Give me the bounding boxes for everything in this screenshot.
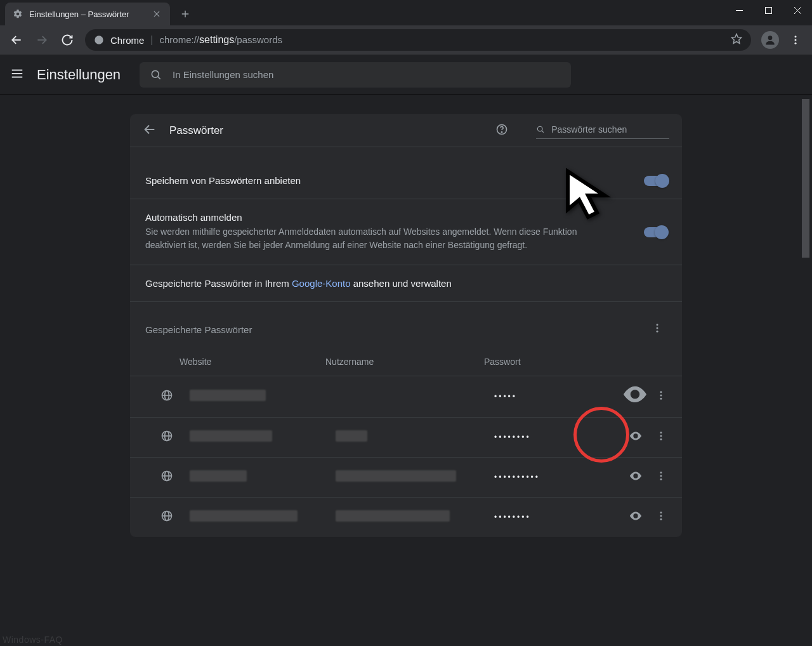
svg-rect-5 xyxy=(765,7,771,13)
password-search-input[interactable] xyxy=(551,124,669,135)
saved-passwords-header: Gespeicherte Passwörter xyxy=(130,301,682,348)
google-account-link[interactable]: Google-Konto xyxy=(292,278,351,289)
browser-toolbar: Chrome | chrome://settings/passwords xyxy=(0,25,812,55)
saved-passwords-more-icon[interactable] xyxy=(648,319,667,340)
gear-icon xyxy=(13,9,23,19)
username-cell xyxy=(336,470,494,484)
column-username: Nutzername xyxy=(325,357,484,367)
svg-point-33 xyxy=(660,391,662,393)
username-cell xyxy=(336,430,494,444)
passwords-card: Passwörter Speichern von Passwörtern anb… xyxy=(130,114,682,537)
globe-icon xyxy=(160,510,173,525)
offer-save-label: Speichern von Passwörtern anbieten xyxy=(145,175,644,186)
svg-point-12 xyxy=(768,36,773,40)
forward-button[interactable] xyxy=(30,29,53,51)
back-arrow-icon[interactable] xyxy=(143,122,157,139)
page-title: Passwörter xyxy=(169,124,223,137)
svg-point-56 xyxy=(660,518,662,520)
password-row[interactable]: •••••••• xyxy=(130,417,682,457)
column-website: Website xyxy=(180,357,325,367)
svg-point-49 xyxy=(660,478,662,480)
site-info-icon[interactable]: Chrome xyxy=(94,35,144,46)
url-text: chrome://settings/passwords xyxy=(160,34,283,46)
svg-point-24 xyxy=(537,126,542,131)
row-more-icon[interactable] xyxy=(655,470,667,484)
svg-point-28 xyxy=(657,331,658,333)
profile-avatar-button[interactable] xyxy=(761,31,779,49)
password-cell: •••••••• xyxy=(494,433,629,442)
username-cell xyxy=(336,510,494,524)
svg-point-48 xyxy=(660,475,662,477)
svg-point-54 xyxy=(660,511,662,513)
website-cell xyxy=(190,390,336,404)
google-account-info: Gespeicherte Passwörter in Ihrem Google-… xyxy=(130,265,682,301)
saved-passwords-title: Gespeicherte Passwörter xyxy=(145,324,648,335)
row-more-icon[interactable] xyxy=(655,430,667,444)
svg-point-19 xyxy=(152,70,159,77)
website-cell xyxy=(190,430,336,444)
svg-point-23 xyxy=(501,131,502,132)
back-button[interactable] xyxy=(5,29,28,51)
show-password-icon[interactable] xyxy=(629,509,643,525)
search-icon xyxy=(150,69,162,81)
close-tab-icon[interactable] xyxy=(151,8,162,20)
offer-save-toggle[interactable] xyxy=(644,176,667,186)
scrollbar-thumb[interactable] xyxy=(802,99,809,258)
reload-button[interactable] xyxy=(56,29,79,51)
address-bar[interactable]: Chrome | chrome://settings/passwords xyxy=(85,29,751,51)
help-icon[interactable] xyxy=(495,123,508,138)
url-separator: | xyxy=(150,34,153,46)
svg-point-14 xyxy=(795,39,797,41)
website-cell xyxy=(190,470,336,484)
svg-point-13 xyxy=(795,36,797,37)
show-password-icon[interactable] xyxy=(621,381,648,412)
close-window-button[interactable] xyxy=(783,0,812,20)
settings-search-input[interactable] xyxy=(173,69,561,80)
auto-signin-description: Sie werden mithilfe gespeicherter Anmeld… xyxy=(145,225,602,252)
globe-icon xyxy=(160,470,173,485)
svg-point-40 xyxy=(660,432,662,433)
svg-point-26 xyxy=(657,324,658,326)
settings-search[interactable] xyxy=(140,62,571,88)
browser-tab[interactable]: Einstellungen – Passwörter xyxy=(5,3,170,25)
window-controls xyxy=(724,0,812,25)
svg-point-42 xyxy=(660,438,662,440)
password-row[interactable]: •••••••• xyxy=(130,497,682,537)
globe-icon xyxy=(160,389,173,404)
svg-point-34 xyxy=(660,395,662,397)
auto-signin-label: Automatisch anmelden xyxy=(145,212,644,223)
password-cell: ••••• xyxy=(494,392,627,401)
svg-point-15 xyxy=(795,43,797,44)
row-more-icon[interactable] xyxy=(655,510,667,524)
section-header: Passwörter xyxy=(130,114,682,147)
app-title: Einstellungen xyxy=(37,67,121,83)
svg-point-35 xyxy=(660,398,662,400)
svg-point-27 xyxy=(657,327,658,329)
tab-title: Einstellungen – Passwörter xyxy=(29,10,145,19)
settings-viewport: Passwörter Speichern von Passwörtern anb… xyxy=(0,95,812,646)
svg-point-46 xyxy=(634,475,637,477)
menu-icon[interactable] xyxy=(10,67,24,83)
show-password-icon[interactable] xyxy=(629,469,643,485)
password-search[interactable] xyxy=(536,122,669,139)
svg-point-32 xyxy=(632,392,637,397)
password-row[interactable]: ••••• xyxy=(130,376,682,417)
settings-header: Einstellungen xyxy=(0,55,812,95)
browser-menu-icon[interactable] xyxy=(784,29,807,51)
minimize-button[interactable] xyxy=(724,0,754,20)
svg-point-55 xyxy=(660,515,662,517)
globe-icon xyxy=(160,430,173,445)
bookmark-star-icon[interactable] xyxy=(731,33,742,47)
window-titlebar: Einstellungen – Passwörter xyxy=(0,0,812,25)
password-row[interactable]: •••••••••• xyxy=(130,457,682,497)
url-product: Chrome xyxy=(110,35,144,46)
column-password: Passwort xyxy=(484,357,667,367)
svg-line-20 xyxy=(158,76,160,79)
row-more-icon[interactable] xyxy=(655,390,667,404)
scrollbar[interactable] xyxy=(801,95,811,646)
svg-line-25 xyxy=(542,131,544,133)
maximize-button[interactable] xyxy=(754,0,783,20)
new-tab-button[interactable] xyxy=(176,5,194,23)
show-password-icon[interactable] xyxy=(629,429,643,445)
auto-signin-toggle[interactable] xyxy=(644,227,667,237)
